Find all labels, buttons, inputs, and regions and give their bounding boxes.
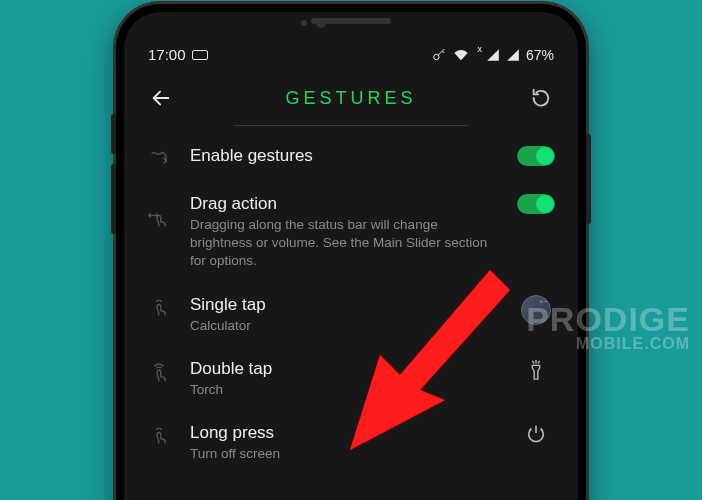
- phone-frame: 17:00 x 67% GESTURES: [116, 4, 586, 500]
- row-enable-gestures[interactable]: Enable gestures: [124, 136, 578, 184]
- restore-icon: [530, 87, 552, 109]
- row-drag-action[interactable]: Drag action Dragging along the status ba…: [124, 184, 578, 285]
- row-title: Long press: [190, 423, 498, 443]
- back-button[interactable]: [144, 81, 178, 115]
- row-single-tap[interactable]: Single tap Calculator: [124, 285, 578, 349]
- back-arrow-icon: [150, 87, 172, 109]
- volume-down-btn: [111, 164, 116, 234]
- row-subtitle: Dragging along the status bar will chang…: [190, 216, 498, 271]
- row-title: Double tap: [190, 359, 498, 379]
- drag-icon: [144, 194, 174, 230]
- key-icon: [431, 47, 447, 63]
- restore-button[interactable]: [524, 81, 558, 115]
- row-title: Drag action: [190, 194, 498, 214]
- battery-percent: 67%: [526, 47, 554, 63]
- header: GESTURES: [124, 67, 578, 119]
- row-double-tap[interactable]: Double tap Torch: [124, 349, 578, 413]
- double-tap-icon: [144, 359, 174, 383]
- signal-icon: [486, 48, 500, 62]
- signal-x: x: [477, 44, 482, 54]
- toggle-enable-gestures[interactable]: [517, 146, 555, 166]
- row-subtitle: Turn off screen: [190, 445, 498, 463]
- power-icon: [514, 423, 558, 445]
- row-subtitle: Calculator: [190, 317, 498, 335]
- row-subtitle: Torch: [190, 381, 498, 399]
- tap-icon: [144, 295, 174, 319]
- header-divider: [234, 125, 468, 126]
- keyboard-icon: [192, 50, 208, 60]
- long-press-icon: [144, 423, 174, 447]
- status-bar: 17:00 x 67%: [124, 40, 578, 67]
- front-camera: [316, 18, 326, 28]
- power-btn: [586, 134, 591, 224]
- row-title: Enable gestures: [190, 146, 498, 166]
- volume-up-btn: [111, 114, 116, 154]
- torch-icon: [514, 359, 558, 381]
- row-title: Single tap: [190, 295, 498, 315]
- svg-point-0: [434, 54, 439, 59]
- squiggle-icon: [144, 146, 174, 170]
- row-long-press[interactable]: Long press Turn off screen: [124, 413, 578, 477]
- wifi-icon: [453, 47, 469, 63]
- toggle-drag-action[interactable]: [517, 194, 555, 214]
- sensor: [301, 20, 307, 26]
- screen: 17:00 x 67% GESTURES: [124, 12, 578, 500]
- calculator-app-icon: [521, 295, 551, 325]
- signal-icon-2: [506, 48, 520, 62]
- page-title: GESTURES: [285, 88, 416, 109]
- status-time: 17:00: [148, 46, 186, 63]
